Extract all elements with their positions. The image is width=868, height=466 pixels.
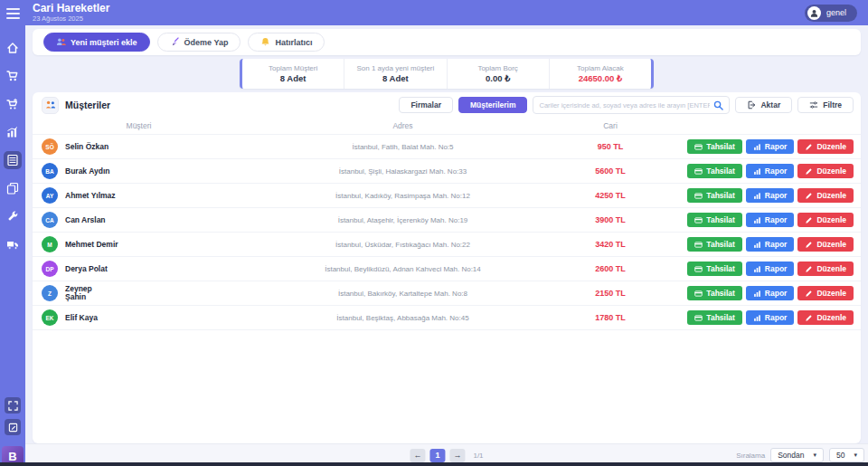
rapor-button[interactable]: Rapor [746,188,795,203]
customer-cell: CA Can Arslan [33,212,245,228]
customer-balance: 2150 TL [561,289,660,298]
tahsilat-button[interactable]: Tahsilat [687,164,742,178]
sidebar-item-home[interactable] [4,39,22,57]
tahsilat-button[interactable]: Tahsilat [687,188,742,203]
stats-card: Toplam Müşteri 8 Adet Son 1 ayda yeni mü… [240,59,654,89]
tahsilat-button[interactable]: Tahsilat [687,262,742,276]
page-title: Cari Hareketler [33,3,109,14]
payment-card-icon [694,216,703,224]
stat-value: 8 Adet [382,73,409,83]
col-musteri: Müşteri [33,121,245,130]
duzenle-button[interactable]: Düzenle [797,310,854,325]
avatar: AY [42,187,58,204]
reminder-button[interactable]: Hatırlatıcı [248,33,325,52]
row-actions: Tahsilat Rapor Düzenle [660,310,861,325]
sidebar-item-delivery[interactable] [4,235,22,253]
sidebar-item-settings[interactable] [4,207,22,225]
rapor-button[interactable]: Rapor [746,237,795,252]
customer-balance: 5600 TL [561,166,660,176]
tahsilat-button[interactable]: Tahsilat [687,310,742,325]
rapor-button[interactable]: Rapor [746,164,795,178]
topbar: Cari Hareketler 23 Ağustos 2025 genel [25,0,868,25]
app-window: B Cari Hareketler 23 Ağustos 2025 genel … [0,0,868,466]
pencil-icon [805,314,813,322]
make-payment-label: Ödeme Yap [184,38,229,47]
tahsilat-button[interactable]: Tahsilat [687,139,742,154]
avatar: BA [42,163,58,179]
current-page-button[interactable]: 1 [429,449,445,462]
fullscreen-button[interactable] [5,397,21,414]
search-icon[interactable] [713,100,723,110]
row-actions: Tahsilat Rapor Düzenle [660,139,861,154]
tahsilat-button[interactable]: Tahsilat [687,213,742,227]
row-actions: Tahsilat Rapor Düzenle [660,237,861,252]
customer-address: İstanbul, Beylikdüzü, Adnan Kahveci Mah.… [245,265,561,273]
filter-button[interactable]: Filtre [797,97,854,113]
cart-icon [6,70,19,82]
notes-button[interactable] [5,419,21,435]
wrench-icon [6,210,19,223]
duzenle-button[interactable]: Düzenle [797,188,854,203]
tab-firmalar[interactable]: Firmalar [399,97,453,113]
tab-musterilerim[interactable]: Müşterilerim [458,97,528,113]
rapor-button[interactable]: Rapor [746,139,795,154]
chevron-down-icon: ▾ [854,452,857,459]
bottom-strip [0,462,868,466]
duzenle-button[interactable]: Düzenle [797,164,854,178]
avatar: EK [42,309,58,326]
sidebar-item-documents[interactable] [4,179,22,197]
avatar: M [42,236,58,252]
user-menu-button[interactable]: genel [805,5,857,22]
customer-name: ZeynepŞahin [65,285,92,301]
sidebar-item-cart[interactable] [4,67,22,85]
page-size-select[interactable]: 50 ▾ [829,448,864,462]
customer-address: İstanbul, Şişli, Halaskargazi Mah. No:33 [245,167,561,176]
customer-address: İstanbul, Beşiktaş, Abbasağa Mah. No:45 [245,314,561,322]
col-adres: Adres [245,121,561,130]
sort-order-select[interactable]: Sondan ▾ [770,448,824,462]
payment-card-icon [694,265,703,273]
stat-value: 8 Adet [280,73,307,83]
table-row: AY Ahmet Yılmaz İstanbul, Kadıköy, Rasim… [33,184,861,208]
duzenle-button[interactable]: Düzenle [797,213,854,227]
customers-card: Müşteriler Firmalar Müşterilerim Aktar [33,92,861,443]
customer-cell: M Mehmet Demir [33,236,245,252]
customer-balance: 950 TL [561,142,660,151]
people-icon [56,37,66,47]
add-customer-button[interactable]: Yeni müşteri ekle [43,33,150,52]
pencil-icon [805,265,813,273]
customer-balance: 3900 TL [561,215,660,224]
ledger-icon [6,154,19,166]
duzenle-button[interactable]: Düzenle [797,262,854,276]
duzenle-button[interactable]: Düzenle [797,139,854,154]
payment-card-icon [694,241,703,249]
duzenle-button[interactable]: Düzenle [797,237,854,252]
sort-controls: Sıralama Sondan ▾ 50 ▾ [736,448,864,462]
customer-name: Mehmet Demir [65,241,118,249]
next-page-button[interactable]: → [449,449,465,462]
tahsilat-button[interactable]: Tahsilat [687,286,742,300]
customer-balance: 3420 TL [561,240,660,249]
sidebar-item-sales[interactable] [4,95,22,113]
customer-cell: BA Burak Aydın [33,163,245,179]
duzenle-button[interactable]: Düzenle [797,286,854,300]
payment-card-icon [694,167,703,176]
sidebar: B [0,0,25,466]
sidebar-item-analytics[interactable] [4,123,22,141]
tahsilat-button[interactable]: Tahsilat [687,237,742,252]
rapor-button[interactable]: Rapor [746,286,795,300]
rapor-button[interactable]: Rapor [746,213,795,227]
sidebar-item-cari[interactable] [4,151,22,169]
export-button[interactable]: Aktar [735,97,792,113]
make-payment-button[interactable]: Ödeme Yap [157,33,241,52]
hamburger-menu-icon[interactable] [6,8,20,19]
prev-page-button[interactable]: ← [410,449,425,462]
user-name: genel [826,8,846,17]
rapor-button[interactable]: Rapor [746,310,795,325]
rapor-button[interactable]: Rapor [746,262,795,276]
stat-new-customers: Son 1 ayda yeni müşteri 8 Adet [344,59,446,89]
search-input[interactable] [539,101,710,109]
table-row: BA Burak Aydın İstanbul, Şişli, Halaskar… [33,159,861,184]
customer-address: İstanbul, Ataşehir, İçerenköy Mah. No:19 [245,216,561,224]
truck-icon [6,238,19,251]
